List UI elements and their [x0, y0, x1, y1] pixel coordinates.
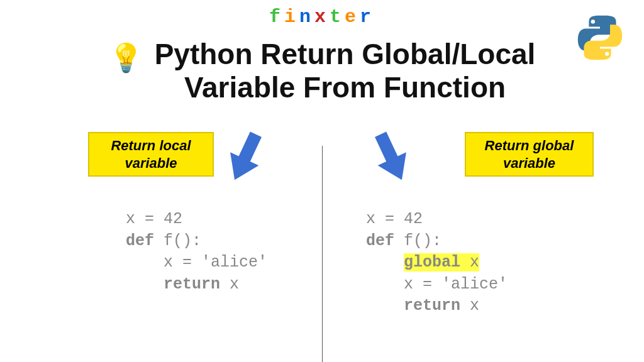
code-text: x	[220, 275, 239, 293]
brand-letter: f	[269, 6, 284, 28]
svg-marker-3	[378, 152, 416, 187]
left-column: Return local variable x = 42 def f(): x …	[0, 132, 322, 362]
right-column: Return global variable x = 42 def f(): g…	[322, 132, 644, 362]
brand-letter: r	[360, 6, 375, 28]
lightbulb-icon: 💡	[109, 41, 143, 74]
brand-letter: x	[314, 6, 330, 28]
title-line-2: Variable From Function	[184, 71, 506, 104]
code-indent	[126, 275, 164, 293]
code-text: f():	[154, 232, 201, 250]
brand-logo: finxter	[269, 6, 375, 28]
code-text: x = 42	[126, 210, 182, 228]
code-text: x = 'alice'	[126, 253, 267, 272]
right-callout-line1: Return global	[485, 138, 574, 153]
page-title: Python Return Global/Local Variable From…	[155, 38, 536, 104]
code-text-highlighted: x	[460, 253, 479, 272]
svg-marker-1	[220, 152, 258, 187]
keyword-def: def	[366, 232, 394, 250]
code-text: x = 42	[366, 210, 423, 228]
right-callout-line2: variable	[503, 155, 555, 171]
left-code-block: x = 42 def f(): x = 'alice' return x	[126, 209, 267, 295]
code-text: x	[460, 297, 479, 315]
code-text: f():	[394, 232, 441, 250]
code-indent	[366, 253, 404, 272]
left-callout-line1: Return local	[111, 138, 191, 153]
keyword-def: def	[126, 232, 154, 250]
brand-letter: i	[284, 6, 299, 28]
left-callout-line2: variable	[125, 155, 177, 171]
keyword-return: return	[404, 297, 460, 315]
right-callout: Return global variable	[465, 132, 594, 177]
keyword-return: return	[164, 275, 220, 293]
code-indent	[366, 297, 404, 315]
content-columns: Return local variable x = 42 def f(): x …	[0, 132, 644, 362]
brand-letter: n	[299, 6, 314, 28]
left-callout: Return local variable	[88, 132, 214, 177]
brand-letter: t	[330, 6, 345, 28]
arrow-down-icon	[357, 121, 426, 193]
keyword-global-highlighted: global	[404, 253, 460, 272]
title-line-1: Python Return Global/Local	[155, 38, 536, 70]
brand-letter: e	[345, 6, 360, 28]
right-code-block: x = 42 def f(): global x x = 'alice' ret…	[366, 209, 508, 317]
code-text: x = 'alice'	[366, 275, 508, 293]
arrow-down-icon	[211, 121, 280, 193]
